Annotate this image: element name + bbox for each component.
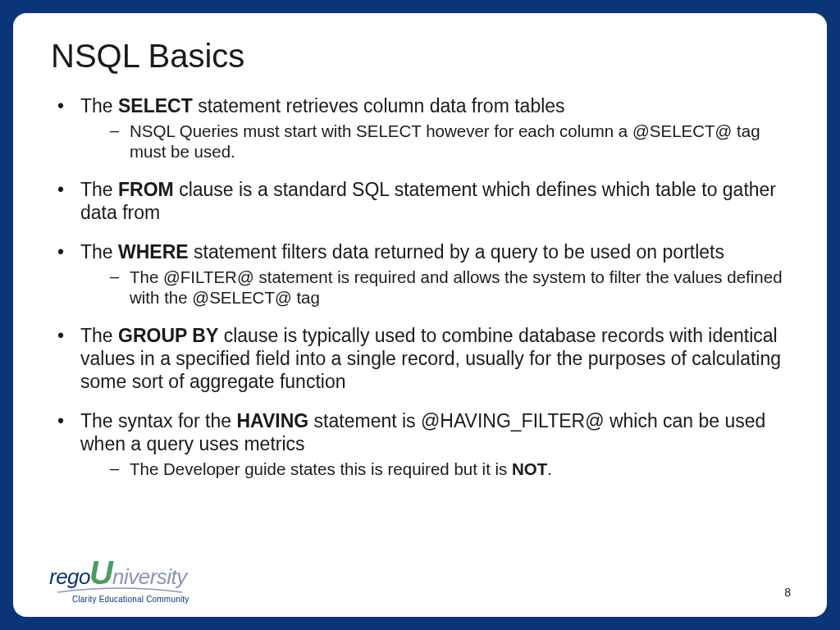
keyword: WHERE (118, 241, 189, 262)
page-number: 8 (784, 586, 791, 599)
keyword: HAVING (236, 410, 308, 431)
text: The (80, 241, 118, 262)
logo-part-u: U (89, 559, 113, 586)
keyword: GROUP BY (118, 325, 218, 346)
sub-item: The Developer guide states this is requi… (110, 459, 796, 479)
keyword: NOT (512, 459, 547, 478)
bullet-item: The GROUP BY clause is typically used to… (57, 324, 796, 393)
footer: rego U niversity Clarity Educational Com… (49, 559, 791, 604)
keyword: SELECT (118, 95, 193, 116)
text: The Developer guide states this is requi… (130, 459, 512, 478)
text: The (80, 325, 118, 346)
bullet-item: The WHERE statement filters data returne… (57, 240, 796, 308)
logo: rego U niversity Clarity Educational Com… (49, 559, 189, 604)
bullet-item: The syntax for the HAVING statement is @… (57, 409, 796, 479)
text: statement retrieves column data from tab… (193, 95, 565, 116)
slide: NSQL Basics The SELECT statement retriev… (13, 13, 827, 617)
bullet-item: The FROM clause is a standard SQL statem… (57, 178, 796, 224)
bullet-list: The SELECT statement retrieves column da… (44, 94, 796, 479)
logo-tagline: Clarity Educational Community (72, 595, 189, 604)
swoosh-icon (54, 587, 185, 595)
slide-title: NSQL Basics (51, 38, 796, 75)
sub-list: The @FILTER@ statement is required and a… (80, 267, 796, 308)
text: clause is a standard SQL statement which… (80, 179, 776, 223)
text: The (80, 95, 118, 116)
logo-text: rego U niversity (49, 559, 187, 590)
text: statement filters data returned by a que… (189, 241, 724, 262)
bullet-item: The SELECT statement retrieves column da… (57, 94, 796, 162)
sub-list: The Developer guide states this is requi… (80, 459, 796, 479)
text: The (80, 179, 118, 200)
sub-item: NSQL Queries must start with SELECT howe… (110, 121, 796, 162)
text: . (547, 459, 552, 478)
text: The syntax for the (80, 410, 236, 431)
sub-list: NSQL Queries must start with SELECT howe… (80, 121, 796, 162)
sub-item: The @FILTER@ statement is required and a… (110, 267, 796, 308)
keyword: FROM (118, 179, 174, 200)
